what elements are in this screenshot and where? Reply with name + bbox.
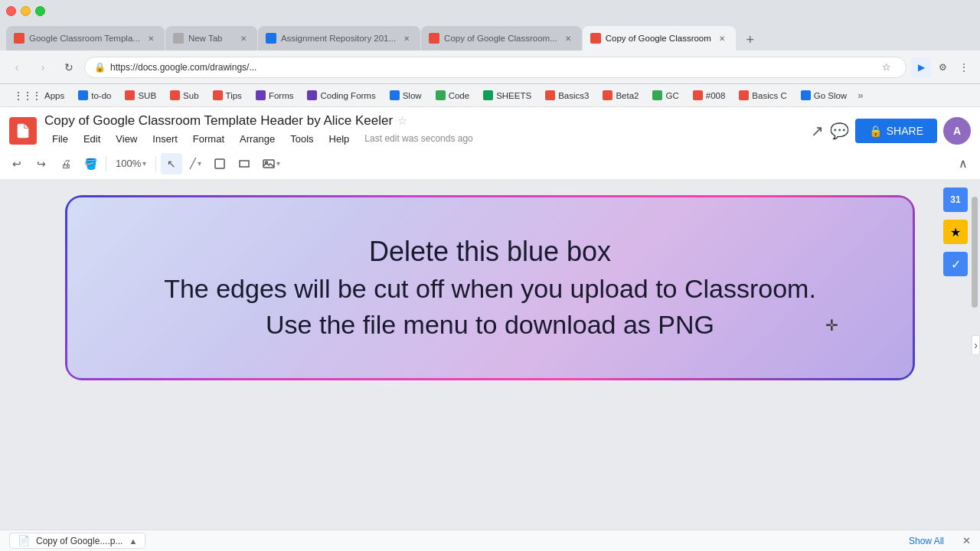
ext-icon-2[interactable]: ⚙	[933, 57, 952, 77]
keep-panel-icon[interactable]: ★	[943, 220, 968, 244]
tab1-close[interactable]: ✕	[145, 32, 157, 44]
docs-header: Copy of Google Classroom Template Header…	[0, 107, 980, 148]
close-window-btn[interactable]	[6, 6, 16, 16]
scrollbar-track	[972, 183, 978, 460]
tab5-close[interactable]: ✕	[716, 32, 728, 44]
undo-button[interactable]: ↩	[6, 153, 28, 174]
star-icon[interactable]: ☆	[397, 114, 407, 128]
address-icons: ☆	[877, 57, 897, 77]
comment-icon[interactable]: 💬	[830, 122, 849, 140]
address-input[interactable]: 🔒 https://docs.google.com/drawings/... ☆	[84, 57, 906, 78]
menu-arrange[interactable]: Arrange	[232, 130, 283, 148]
bookmark-star-icon[interactable]: ☆	[877, 57, 897, 77]
last-edit-text: Last edit was seconds ago	[357, 130, 480, 148]
zoom-select[interactable]: 100% ▾	[111, 156, 151, 171]
tab3-close[interactable]: ✕	[400, 32, 413, 44]
menu-format[interactable]: Format	[185, 130, 232, 148]
calendar-panel-icon[interactable]: 31	[943, 187, 968, 212]
bookmark-sub1[interactable]: SUB	[119, 88, 162, 103]
collapse-toolbar-button[interactable]: ∧	[952, 153, 974, 174]
bookmark-gc[interactable]: GC	[646, 88, 684, 103]
menu-help[interactable]: Help	[322, 130, 358, 148]
select-tool-button[interactable]: ↖	[161, 153, 182, 174]
bookmark-beta2[interactable]: Beta2	[596, 88, 645, 103]
docs-app: Copy of Google Classroom Template Header…	[0, 107, 980, 530]
back-button[interactable]: ‹	[6, 57, 28, 78]
share-button[interactable]: 🔒 SHARE	[855, 119, 937, 143]
browser-tab-3[interactable]: Assignment Repository 201... ✕	[258, 26, 420, 51]
reload-button[interactable]: ↻	[58, 57, 80, 78]
bookmark-sheets[interactable]: SHEETS	[477, 88, 537, 103]
drawing-canvas[interactable]: Delete this blue box The edges will be c…	[50, 195, 930, 380]
menu-insert[interactable]: Insert	[145, 130, 185, 148]
tab1-label: Google Classroom Templa...	[29, 34, 140, 43]
menu-file[interactable]: File	[44, 130, 76, 148]
expand-panel-button[interactable]: ›	[972, 335, 980, 355]
tasks-panel-icon[interactable]: ✓	[943, 252, 968, 276]
banner-line1: Delete this blue box	[129, 236, 851, 268]
url-text: https://docs.google.com/drawings/...	[110, 62, 869, 73]
trending-icon[interactable]: ↗	[811, 122, 824, 140]
browser-tab-5[interactable]: Copy of Google Classroom ✕	[583, 26, 736, 51]
minimize-window-btn[interactable]	[21, 6, 31, 16]
browser-tab-1[interactable]: Google Classroom Templa... ✕	[6, 26, 165, 51]
tab2-favicon	[173, 33, 184, 44]
maximize-window-btn[interactable]	[35, 6, 45, 16]
lock-icon: 🔒	[869, 125, 882, 137]
bookmark-coding-forms[interactable]: Coding Forms	[301, 88, 381, 103]
docs-toolbar: ↩ ↪ 🖨 🪣 100% ▾ ↖ ╱ ▾ ▾ ∧	[0, 148, 980, 180]
banner[interactable]: Delete this blue box The edges will be c…	[67, 197, 913, 378]
docs-header-right: ↗ 💬 🔒 SHARE A	[811, 117, 971, 145]
address-bar: ‹ › ↻ 🔒 https://docs.google.com/drawings…	[0, 51, 980, 84]
bookmark-008[interactable]: #008	[687, 88, 732, 103]
bookmark-sub2[interactable]: Sub	[164, 88, 204, 103]
svg-rect-1	[240, 161, 249, 167]
tab2-close[interactable]: ✕	[237, 32, 250, 44]
docs-logo	[9, 117, 37, 145]
bookmark-tips[interactable]: Tips	[207, 88, 248, 103]
menu-edit[interactable]: Edit	[76, 130, 108, 148]
user-avatar[interactable]: A	[943, 117, 971, 145]
image-tool-button[interactable]: ▾	[258, 156, 285, 171]
vertical-scrollbar[interactable]	[969, 180, 980, 530]
zoom-chevron-icon: ▾	[142, 159, 146, 168]
browser-tab-4[interactable]: Copy of Google Classroom... ✕	[421, 26, 582, 51]
bookmarks-more-icon[interactable]: »	[854, 87, 866, 103]
browser-tab-2[interactable]: New Tab ✕	[165, 26, 257, 51]
ext-icon-3[interactable]: ⋮	[954, 57, 974, 77]
download-chevron-icon[interactable]: ▲	[129, 536, 137, 546]
tab5-favicon	[590, 33, 601, 44]
show-all-button[interactable]: Show All	[903, 534, 950, 548]
docs-title-row: Copy of Google Classroom Template Header…	[44, 113, 803, 129]
close-download-button[interactable]: ✕	[962, 535, 971, 546]
bookmark-basics3[interactable]: Basics3	[539, 88, 595, 103]
tab2-label: New Tab	[188, 34, 233, 43]
print-button[interactable]: 🖨	[55, 153, 77, 174]
scrollbar-thumb[interactable]	[972, 197, 978, 308]
menu-tools[interactable]: Tools	[283, 130, 321, 148]
bookmark-slow[interactable]: Slow	[384, 88, 428, 103]
tab4-close[interactable]: ✕	[562, 32, 574, 44]
download-filename: Copy of Google....p...	[36, 536, 122, 546]
redo-button[interactable]: ↪	[31, 153, 52, 174]
line-chevron-icon: ▾	[198, 159, 201, 168]
docs-title-area: Copy of Google Classroom Template Header…	[44, 113, 803, 148]
bookmark-goslow[interactable]: Go Slow	[795, 88, 853, 103]
bookmark-forms[interactable]: Forms	[250, 88, 300, 103]
bookmark-todo[interactable]: to-do	[72, 88, 117, 103]
forward-button[interactable]: ›	[32, 57, 54, 78]
line-tool-button[interactable]: ╱ ▾	[185, 156, 206, 171]
text-tool-button[interactable]	[234, 153, 255, 174]
menu-view[interactable]: View	[108, 130, 145, 148]
bottom-download-bar: 📄 Copy of Google....p... ▲ Show All ✕	[0, 530, 980, 551]
docs-title: Copy of Google Classroom Template Header…	[44, 113, 393, 129]
ext-icon-1[interactable]: ▶	[911, 57, 931, 77]
bookmark-apps[interactable]: ⋮⋮⋮ Apps	[8, 88, 70, 103]
shape-tool-button[interactable]	[209, 153, 230, 174]
paint-format-button[interactable]: 🪣	[80, 153, 101, 174]
bookmarks-bar: ⋮⋮⋮ Apps to-do SUB Sub Tips Forms Coding…	[0, 84, 980, 107]
bookmark-basicsc[interactable]: Basics C	[733, 88, 792, 103]
bookmark-code[interactable]: Code	[430, 88, 476, 103]
new-tab-button[interactable]: +	[740, 29, 761, 51]
extension-icons: ▶ ⚙ ⋮	[911, 57, 974, 77]
